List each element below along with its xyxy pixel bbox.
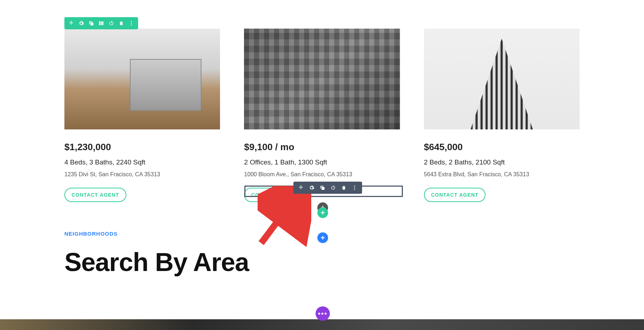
listing-price: $645,000	[424, 142, 580, 153]
gear-icon[interactable]	[77, 19, 85, 27]
listing-specs: 2 Offices, 1 Bath, 1300 Sqft	[244, 158, 400, 166]
listings-row: $1,230,000 4 Beds, 3 Baths, 2240 Sqft 12…	[64, 29, 580, 202]
builder-menu-button[interactable]: •••	[316, 306, 330, 321]
footer-image-strip	[0, 319, 644, 330]
section-heading: Search By Area	[64, 247, 580, 277]
trash-icon[interactable]	[340, 184, 348, 192]
add-row-blue-button[interactable]: +	[317, 232, 328, 243]
listing-address: 5643 Extra Blvd, San Fracisco, CA 35313	[424, 171, 580, 178]
listing-price: $1,230,000	[64, 142, 220, 153]
svg-point-3	[354, 186, 355, 187]
listing-card: $645,000 2 Beds, 2 Baths, 2100 Sqft 5643…	[424, 29, 580, 202]
svg-line-6	[261, 193, 299, 243]
svg-point-4	[354, 187, 355, 188]
move-icon[interactable]	[297, 184, 305, 192]
listing-image	[64, 29, 220, 129]
listing-specs: 4 Beds, 3 Baths, 2240 Sqft	[64, 158, 220, 166]
section-toolbar[interactable]	[64, 17, 138, 29]
duplicate-icon[interactable]	[87, 19, 95, 27]
gear-icon[interactable]	[308, 184, 316, 192]
more-icon[interactable]	[351, 184, 358, 192]
svg-point-0	[131, 21, 132, 22]
add-module-teal-button[interactable]: +	[317, 207, 328, 218]
listing-card: $1,230,000 4 Beds, 3 Baths, 2240 Sqft 12…	[64, 29, 220, 202]
module-toolbar[interactable]	[293, 182, 362, 194]
contact-agent-button[interactable]: CONTACT AGENT	[424, 188, 486, 202]
move-icon[interactable]	[67, 19, 75, 27]
duplicate-icon[interactable]	[318, 184, 326, 192]
listing-card: $9,100 / mo 2 Offices, 1 Bath, 1300 Sqft…	[244, 29, 400, 202]
power-icon[interactable]	[329, 184, 337, 192]
annotation-arrow-icon	[258, 186, 311, 247]
listing-specs: 2 Beds, 2 Baths, 2100 Sqft	[424, 158, 580, 166]
svg-point-5	[354, 189, 355, 190]
power-icon[interactable]	[107, 19, 115, 27]
listing-address: 1235 Divi St, San Fracisco, CA 35313	[64, 171, 220, 178]
svg-point-1	[131, 23, 132, 24]
more-icon[interactable]	[127, 19, 135, 27]
columns-icon[interactable]	[97, 19, 105, 27]
trash-icon[interactable]	[117, 19, 125, 27]
svg-point-2	[131, 24, 132, 25]
listing-price: $9,100 / mo	[244, 142, 400, 153]
contact-agent-button[interactable]: CONTACT AGENT	[64, 188, 126, 202]
listing-image	[424, 29, 580, 129]
listing-address: 1000 Bloom Ave., San Fracisco, CA 35313	[244, 171, 400, 178]
listing-image	[244, 29, 400, 129]
